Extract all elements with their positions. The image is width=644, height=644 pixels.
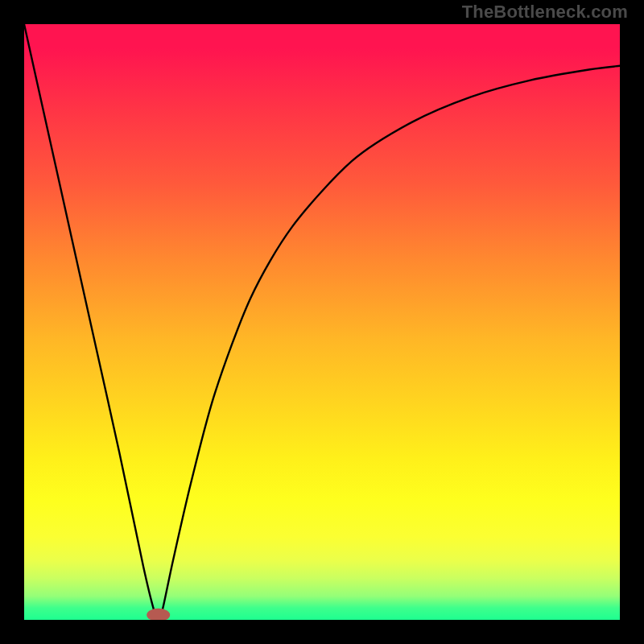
curve-layer [24,24,620,620]
watermark-text: TheBottleneck.com [462,2,628,23]
plot-area [24,24,620,620]
minimum-marker [147,609,171,620]
chart-frame: TheBottleneck.com [0,0,644,644]
bottleneck-curve [24,24,620,617]
